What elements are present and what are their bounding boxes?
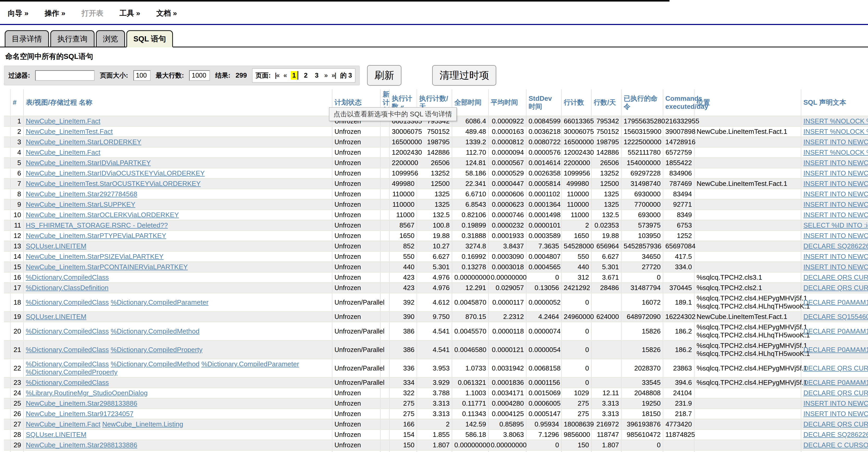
sql-text-link[interactable]: INSERT INTO NEWCUBE: [803, 211, 868, 219]
row-spacer: [4, 241, 10, 252]
menu-item[interactable]: 文档 »: [156, 8, 177, 18]
commands-executed: 19250: [621, 398, 663, 409]
menu-item[interactable]: 工具 »: [120, 8, 140, 18]
clean-stale-button[interactable]: 清理过时项: [432, 65, 496, 86]
next-page-icon[interactable]: »: [324, 72, 328, 79]
sql-text-link[interactable]: INSERT INTO NEWCUBE: [803, 410, 868, 418]
sql-text-link[interactable]: INSERT INTO NEWCUBE: [803, 190, 868, 198]
sql-text-link[interactable]: INSERT INTO NEWCUBE: [803, 180, 868, 188]
table-name-link[interactable]: NewCube_LineItemTest.StarOCUSTKEYViaLORD…: [26, 180, 200, 188]
sql-text-link[interactable]: DECLARE QRS CURSOR: [803, 284, 868, 292]
table-name-link[interactable]: NewCube_LineItem.Star2988133886: [26, 441, 137, 449]
table-name-link[interactable]: NewCube_LineItem.Fact: [26, 117, 100, 125]
row-spacer: [4, 116, 10, 127]
table-name-link[interactable]: %Dictionary.CompiledMethod: [111, 327, 199, 335]
table-name-link[interactable]: %Dictionary.CompiledClass: [26, 327, 109, 335]
sql-text-link[interactable]: DECLARE QRS CURSOR: [803, 273, 868, 281]
table-name-link[interactable]: %Dictionary.CompiledParameter: [111, 298, 208, 306]
tab-目录详情[interactable]: 目录详情: [5, 30, 49, 47]
sql-text-link[interactable]: INSERT INTO NEWCUBE: [803, 253, 868, 260]
table-name-link[interactable]: NewCube_LineItem.StarIDViaLPARTKEY: [26, 159, 151, 167]
page-number-1[interactable]: 1: [291, 71, 298, 80]
sql-text-link[interactable]: DECLARE QRS CURSOR: [803, 389, 868, 397]
table-name-link[interactable]: NewCube_LineItem.Star917234057: [26, 410, 133, 418]
table-name-link[interactable]: NewCube_LineItem.StarLORDERKEY: [26, 138, 142, 146]
sql-text-link[interactable]: INSERT INTO NEWCUBE: [803, 263, 868, 271]
table-name-link[interactable]: %Dictionary.CompiledClass: [26, 298, 109, 306]
table-name-link[interactable]: %Dictionary.CompiledMethod: [111, 360, 199, 368]
row-spacer: [4, 189, 10, 199]
row-spacer: [4, 272, 10, 283]
table-name-link[interactable]: NewCube_LineItem.StarPCONTAINERViaLPARTK…: [26, 263, 188, 271]
menu-item[interactable]: 向导 »: [8, 8, 28, 18]
max-rows-input[interactable]: [189, 70, 210, 81]
table-name-link[interactable]: %Dictionary.CompiledParameter: [202, 360, 299, 368]
page-number-2[interactable]: 2: [303, 71, 309, 80]
tab-strip: 目录详情执行查询浏览SQL 语句: [0, 30, 868, 47]
table-name-link[interactable]: NewCube_LineItem.StarOCLERKViaLORDERKEY: [26, 211, 179, 219]
table-name-link[interactable]: %Dictionary.CompiledClass: [26, 273, 109, 281]
sql-text-link[interactable]: INSERT INTO NEWCUBE: [803, 169, 868, 177]
sql-text-link[interactable]: INSERT INTO NEWCUBE: [803, 232, 868, 239]
sql-text-link[interactable]: INSERT INTO NEWCUBE: [803, 399, 868, 407]
table-name-link[interactable]: %Dictionary.CompiledClass: [26, 360, 109, 368]
tab-执行查询[interactable]: 执行查询: [50, 30, 95, 47]
sql-text-link[interactable]: SELECT %ID INTO :id FR: [803, 221, 868, 229]
sql-text-link[interactable]: DECLARE QRS CURSOR: [803, 420, 868, 428]
table-name-link[interactable]: SQLUser.LINEITEM: [26, 431, 87, 439]
sql-text-link[interactable]: INSERT INTO NEWCUBE: [803, 138, 868, 146]
table-name-link[interactable]: HS_FHIRMETA_STORAGE.RSRC - Deleted??: [26, 221, 168, 229]
table-name-link[interactable]: NewCube_LineItemTest.Fact: [26, 128, 113, 135]
sql-text-link[interactable]: DECLARE P0AMAM1L24: [803, 327, 868, 335]
table-name-link[interactable]: NewCube_LineItem.Fact: [26, 420, 100, 428]
table-name-link[interactable]: %Dictionary.CompiledClass: [26, 379, 109, 386]
sql-text-link[interactable]: DECLARE SQ286226481: [803, 431, 868, 439]
sql-text-link[interactable]: DECLARE C CURSOR FO: [803, 441, 868, 449]
sql-text-link[interactable]: DECLARE P0AMAM1L29: [803, 298, 868, 306]
prev-page-icon[interactable]: «: [283, 72, 286, 79]
menu-item[interactable]: 操作 »: [44, 8, 65, 18]
table-name-link[interactable]: %Dictionary.CompiledProperty: [26, 368, 118, 376]
table-name-link[interactable]: NewCube_LineItem.StarPTYPEViaLPARTKEY: [26, 232, 166, 239]
sql-text-link[interactable]: DECLARE SQ155460490: [803, 313, 868, 321]
table-name-link[interactable]: SQLUser.LINEITEM: [26, 242, 87, 250]
page-size-input[interactable]: [133, 70, 151, 81]
table-name-link[interactable]: %Dictionary.CompiledClass: [26, 346, 109, 354]
table-name-link[interactable]: %Dictionary.CompiledProperty: [111, 346, 203, 354]
tab-浏览[interactable]: 浏览: [96, 30, 125, 47]
table-name-link[interactable]: %Dictionary.ClassDefinition: [26, 284, 108, 292]
sql-text-link[interactable]: DECLARE QRS CURSOR: [803, 364, 868, 372]
table-name-link[interactable]: NewCube_LineItem.Fact: [26, 149, 100, 156]
sql-text-link[interactable]: DECLARE SQ286226481: [803, 242, 868, 250]
table-name-link[interactable]: NewCube_LineItem.StarIDViaOCUSTKEYViaLOR…: [26, 169, 205, 177]
table-name-link[interactable]: %Library.RoutineMgr_StudioOpenDialog: [26, 389, 148, 397]
table-name-link[interactable]: SQLUser.LINEITEM: [26, 313, 87, 321]
exec-count: 166: [390, 419, 417, 430]
refresh-button[interactable]: 刷新: [367, 65, 401, 86]
location-cell: [694, 398, 801, 409]
total-time: 0.31888: [452, 231, 489, 241]
location-cell: %sqlcq.TPCH2.cls4.HEPygMHVj5f.1: [694, 378, 801, 388]
sql-text-link[interactable]: INSERT %NOLOCK %NC: [803, 128, 868, 135]
row-number: 29: [10, 440, 24, 450]
page-number-3[interactable]: 3: [313, 71, 320, 80]
sql-text-link[interactable]: INSERT INTO NEWCUBE: [803, 200, 868, 208]
table-name-cell: %Dictionary.CompiledClass: [24, 272, 332, 283]
sql-text-link[interactable]: INSERT %NOLOCK %NC: [803, 117, 868, 125]
row-spacer: [4, 168, 10, 179]
tab-SQL 语句[interactable]: SQL 语句: [126, 30, 173, 47]
first-page-icon[interactable]: |«: [275, 72, 279, 79]
location-cell: [694, 220, 801, 231]
last-page-icon[interactable]: »|: [331, 72, 336, 79]
table-name-link[interactable]: NewCube_LineItem.Star2988133886: [26, 399, 137, 407]
row-count: 0: [561, 322, 591, 341]
sql-text-link[interactable]: INSERT INTO NEWCUBE: [803, 159, 868, 167]
sql-text-link[interactable]: DECLARE P0AMAM1L31: [803, 379, 868, 386]
table-name-link[interactable]: NewCube_LineItem.Star2927784568: [26, 190, 137, 198]
filter-input[interactable]: [35, 70, 95, 81]
sql-text-link[interactable]: INSERT %NOLOCK %NC: [803, 149, 868, 156]
table-name-link[interactable]: NewCube_LineItem.Listing: [102, 420, 183, 428]
table-name-link[interactable]: NewCube_LineItem.StarLSUPPKEY: [26, 200, 135, 208]
table-name-link[interactable]: NewCube_LineItem.StarPSIZEViaLPARTKEY: [26, 253, 164, 260]
sql-text-link[interactable]: DECLARE P0AMAM1L30: [803, 346, 868, 354]
